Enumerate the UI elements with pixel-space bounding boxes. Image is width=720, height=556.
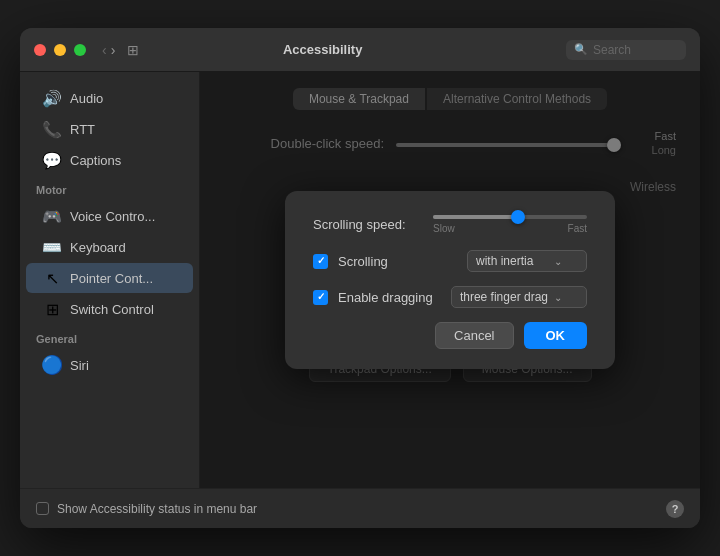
footer: Show Accessibility status in menu bar ? <box>20 488 700 528</box>
scrolling-checkbox-row: ✓ Scrolling with inertia ⌄ <box>313 250 587 272</box>
scrolling-dropdown[interactable]: with inertia ⌄ <box>467 250 587 272</box>
enable-dragging-label: Enable dragging <box>338 290 433 305</box>
sidebar-item-voice-label: Voice Contro... <box>70 209 155 224</box>
motor-section-label: Motor <box>20 176 199 200</box>
scrolling-checkbox[interactable]: ✓ <box>313 254 328 269</box>
sidebar-item-keyboard-label: Keyboard <box>70 240 126 255</box>
sidebar-item-keyboard[interactable]: ⌨️ Keyboard <box>26 232 193 262</box>
traffic-lights <box>34 44 86 56</box>
sidebar-item-siri-label: Siri <box>70 358 89 373</box>
search-box[interactable]: 🔍 Search <box>566 40 686 60</box>
pointer-icon: ↖ <box>42 268 62 288</box>
modal-overlay: Scrolling speed: Slow Fast <box>200 72 700 488</box>
question-mark-icon: ? <box>672 503 679 515</box>
sidebar-item-switch-control[interactable]: ⊞ Switch Control <box>26 294 193 324</box>
modal-dialog: Scrolling speed: Slow Fast <box>285 191 615 369</box>
search-icon: 🔍 <box>574 43 588 56</box>
titlebar: ‹ › ⊞ Accessibility 🔍 Search <box>20 28 700 72</box>
search-input[interactable]: Search <box>593 43 631 57</box>
rtt-icon: 📞 <box>42 119 62 139</box>
sidebar-item-pointer-label: Pointer Cont... <box>70 271 153 286</box>
checkmark-icon: ✓ <box>317 292 325 302</box>
scrolling-speed-slider[interactable] <box>433 215 587 219</box>
scrolling-dropdown-value: with inertia <box>476 254 533 268</box>
close-button[interactable] <box>34 44 46 56</box>
sidebar-item-switch-label: Switch Control <box>70 302 154 317</box>
dragging-dropdown[interactable]: three finger drag ⌄ <box>451 286 587 308</box>
scrolling-speed-slider-labels: Slow Fast <box>433 223 587 234</box>
content-area: 🔊 Audio 📞 RTT 💬 Captions Motor 🎮 Voice C… <box>20 72 700 488</box>
sidebar-item-rtt-label: RTT <box>70 122 95 137</box>
sidebar-item-audio[interactable]: 🔊 Audio <box>26 83 193 113</box>
show-accessibility-label: Show Accessibility status in menu bar <box>57 502 666 516</box>
sidebar: 🔊 Audio 📞 RTT 💬 Captions Motor 🎮 Voice C… <box>20 72 200 488</box>
scrolling-speed-label: Scrolling speed: <box>313 217 423 232</box>
show-accessibility-checkbox[interactable] <box>36 502 49 515</box>
cancel-button[interactable]: Cancel <box>435 322 513 349</box>
switch-control-icon: ⊞ <box>42 299 62 319</box>
general-section-label: General <box>20 325 199 349</box>
dragging-dropdown-value: three finger drag <box>460 290 548 304</box>
audio-icon: 🔊 <box>42 88 62 108</box>
main-window: ‹ › ⊞ Accessibility 🔍 Search 🔊 Audio 📞 R… <box>20 28 700 528</box>
sidebar-item-pointer-control[interactable]: ↖ Pointer Cont... <box>26 263 193 293</box>
sidebar-item-rtt[interactable]: 📞 RTT <box>26 114 193 144</box>
slow-label: Slow <box>433 223 455 234</box>
captions-icon: 💬 <box>42 150 62 170</box>
window-title: Accessibility <box>79 42 566 57</box>
checkmark-icon: ✓ <box>317 256 325 266</box>
chevron-down-icon: ⌄ <box>554 256 562 267</box>
siri-icon: 🔵 <box>42 355 62 375</box>
sidebar-item-captions-label: Captions <box>70 153 121 168</box>
modal-buttons: Cancel OK <box>313 322 587 349</box>
help-button[interactable]: ? <box>666 500 684 518</box>
fast-label: Fast <box>568 223 587 234</box>
scrolling-speed-slider-area: Slow Fast <box>433 215 587 234</box>
scrolling-speed-row: Scrolling speed: Slow Fast <box>313 215 587 234</box>
sidebar-item-audio-label: Audio <box>70 91 103 106</box>
minimize-button[interactable] <box>54 44 66 56</box>
sidebar-item-voice-control[interactable]: 🎮 Voice Contro... <box>26 201 193 231</box>
chevron-down-icon: ⌄ <box>554 292 562 303</box>
enable-dragging-row: ✓ Enable dragging three finger drag ⌄ <box>313 286 587 308</box>
main-panel: Mouse & Trackpad Alternative Control Met… <box>200 72 700 488</box>
voice-control-icon: 🎮 <box>42 206 62 226</box>
enable-dragging-checkbox[interactable]: ✓ <box>313 290 328 305</box>
sidebar-item-siri[interactable]: 🔵 Siri <box>26 350 193 380</box>
scrolling-checkbox-label: Scrolling <box>338 254 388 269</box>
sidebar-item-captions[interactable]: 💬 Captions <box>26 145 193 175</box>
keyboard-icon: ⌨️ <box>42 237 62 257</box>
ok-button[interactable]: OK <box>524 322 588 349</box>
